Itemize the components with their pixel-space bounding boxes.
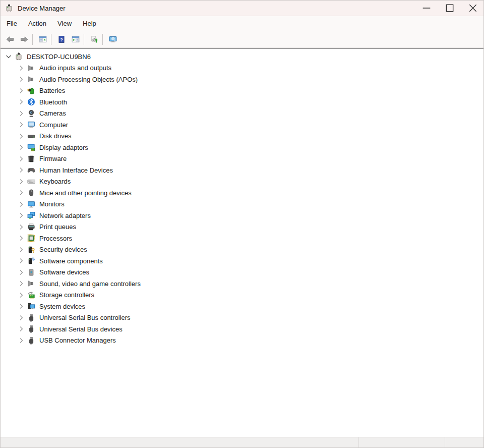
tree-node-label: Universal Serial Bus devices [39, 325, 123, 333]
show-console-tree-button[interactable] [35, 32, 49, 46]
back-button[interactable] [2, 32, 16, 46]
help-button[interactable]: ? [53, 32, 68, 46]
tree-row[interactable]: Processors [1, 233, 483, 244]
tree-row[interactable]: Storage controllers [1, 290, 483, 301]
tree-row[interactable]: Sound, video and game controllers [1, 278, 483, 290]
tree-row[interactable]: USB Connector Managers [1, 335, 483, 347]
chevron-right-icon[interactable] [17, 291, 25, 299]
toolbar-separator [32, 34, 33, 45]
tree-node-label: USB Connector Managers [39, 337, 116, 344]
menu-help[interactable]: Help [77, 16, 102, 31]
tree-row[interactable]: Print queues [1, 221, 483, 233]
tree-row[interactable]: Bluetooth [1, 96, 483, 108]
chevron-right-icon[interactable] [17, 314, 25, 322]
help-icon: ? [57, 34, 66, 45]
chevron-right-icon[interactable] [17, 257, 25, 265]
tree-node-label: Human Interface Devices [39, 166, 113, 174]
chevron-right-icon[interactable] [17, 109, 25, 118]
chevron-right-icon[interactable] [17, 87, 25, 95]
chevron-right-icon[interactable] [17, 98, 25, 106]
usb-icon [27, 325, 35, 333]
statusbar-pane-2 [359, 437, 445, 447]
software-component-icon [27, 257, 35, 265]
tree-row[interactable]: Keyboards [1, 176, 483, 188]
chevron-right-icon[interactable] [17, 132, 25, 140]
chevron-right-icon[interactable] [17, 155, 25, 163]
mouse-icon [27, 189, 35, 197]
software-device-icon [27, 268, 35, 276]
chevron-right-icon[interactable] [17, 200, 25, 208]
usb-icon [27, 314, 35, 322]
tree-node-label: System devices [39, 303, 85, 310]
chevron-right-icon[interactable] [17, 166, 25, 174]
chevron-right-icon[interactable] [17, 75, 25, 83]
tree-row[interactable]: Cameras [1, 108, 483, 120]
forward-button[interactable] [16, 32, 30, 46]
tree-row[interactable]: Monitors [1, 199, 483, 210]
tree-node-label: Sound, video and game controllers [39, 280, 141, 288]
tree-row[interactable]: Universal Serial Bus devices [1, 323, 483, 335]
storage-controller-icon [27, 291, 35, 299]
tree-node-label: Keyboards [39, 178, 71, 185]
tree-node-label: Display adaptors [39, 144, 88, 151]
tree-row[interactable]: Audio inputs and outputs [1, 63, 483, 74]
menu-file[interactable]: File [1, 16, 23, 31]
chevron-right-icon[interactable] [17, 211, 25, 219]
tree-row[interactable]: Audio Processing Objects (APOs) [1, 74, 483, 85]
action-pane-icon [72, 34, 80, 45]
device-tree: DESKTOP-UCU9BN6Audio inputs and outputsA… [1, 48, 483, 436]
chevron-right-icon[interactable] [17, 234, 25, 242]
tree-root-row[interactable]: DESKTOP-UCU9BN6 [1, 51, 483, 63]
tree-row[interactable]: Security devices [1, 244, 483, 256]
minimize-button[interactable] [414, 1, 437, 16]
tree-row[interactable]: Software devices [1, 267, 483, 278]
tree-row[interactable]: Human Interface Devices [1, 164, 483, 176]
back-arrow-icon [6, 34, 14, 45]
tree-node-label: Network adapters [39, 212, 91, 219]
chevron-right-icon[interactable] [17, 302, 25, 310]
chevron-right-icon[interactable] [17, 189, 25, 197]
usb-icon [27, 337, 35, 345]
statusbar-pane-1 [1, 437, 358, 447]
chevron-right-icon[interactable] [17, 325, 25, 333]
keyboard-icon [27, 178, 35, 186]
chevron-right-icon[interactable] [17, 337, 25, 345]
show-action-pane-button[interactable] [68, 32, 82, 46]
titlebar: Device Manager [1, 1, 483, 16]
update-driver-button[interactable] [86, 32, 100, 46]
maximize-button[interactable] [437, 1, 460, 16]
processor-icon [27, 234, 35, 242]
statusbar-pane-3 [445, 437, 483, 447]
tree-node-label: Monitors [39, 200, 65, 208]
chevron-right-icon[interactable] [17, 121, 25, 129]
chevron-right-icon[interactable] [17, 268, 25, 276]
tree-node-label: Storage controllers [39, 291, 94, 299]
chevron-right-icon[interactable] [17, 223, 25, 231]
tree-row[interactable]: Universal Serial Bus controllers [1, 312, 483, 324]
chevron-right-icon[interactable] [17, 279, 25, 288]
tree-row[interactable]: Disk drives [1, 131, 483, 142]
menu-view[interactable]: View [52, 16, 77, 31]
chevron-right-icon[interactable] [17, 64, 25, 72]
tree-row[interactable]: Firmware [1, 153, 483, 165]
scan-hardware-changes-button[interactable] [105, 32, 119, 46]
speaker-icon [27, 64, 35, 72]
menu-action[interactable]: Action [23, 16, 52, 31]
bluetooth-icon [27, 98, 35, 106]
tree-row[interactable]: Network adapters [1, 210, 483, 221]
toolbar-separator [84, 34, 84, 45]
chevron-right-icon[interactable] [17, 178, 25, 186]
tree-row[interactable]: Software components [1, 255, 483, 267]
toolbar: ? [1, 31, 483, 48]
tree-node-label: Print queues [39, 223, 76, 231]
tree-row[interactable]: Mice and other pointing devices [1, 187, 483, 199]
tree-row[interactable]: Display adaptors [1, 142, 483, 153]
close-button[interactable] [460, 1, 483, 16]
tree-row[interactable]: Batteries [1, 85, 483, 97]
chevron-right-icon[interactable] [17, 143, 25, 151]
svg-text:?: ? [60, 36, 63, 42]
chevron-down-icon[interactable] [5, 52, 13, 61]
tree-row[interactable]: Computer [1, 119, 483, 131]
tree-row[interactable]: System devices [1, 301, 483, 312]
chevron-right-icon[interactable] [17, 246, 25, 254]
